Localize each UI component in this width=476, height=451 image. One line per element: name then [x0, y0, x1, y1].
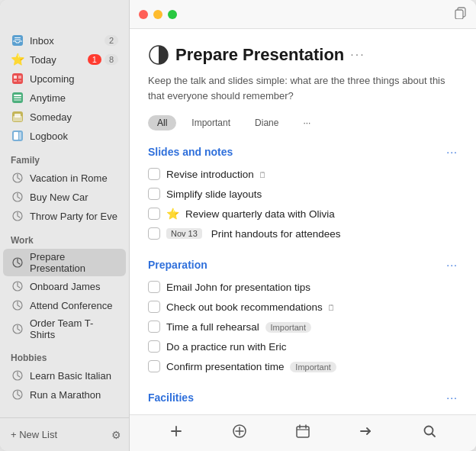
task-checkbox[interactable] [148, 188, 160, 200]
group-work: Work Prepare Presentation Onboard James … [0, 229, 129, 343]
content-area: Prepare Presentation ··· Keep the talk a… [130, 29, 476, 414]
sidebar-item-upcoming[interactable]: Upcoming [3, 69, 126, 88]
task-header-icon [148, 44, 169, 66]
sidebar-item-onboard[interactable]: Onboard James [3, 277, 126, 295]
group-hobbies: Hobbies Learn Basic Italian Run a Marath… [0, 346, 129, 404]
task-checkbox[interactable] [148, 168, 160, 180]
anytime-icon [11, 91, 24, 105]
prepare-label: Prepare Presentation [30, 251, 118, 274]
sidebar-item-anytime[interactable]: Anytime [3, 89, 126, 107]
svg-rect-16 [14, 132, 18, 140]
svg-rect-9 [14, 95, 21, 96]
task-text: Simplify slide layouts [166, 188, 458, 200]
vacation-icon [11, 171, 24, 185]
minimize-button[interactable] [153, 10, 162, 19]
upcoming-icon [11, 72, 24, 85]
section-facilities-more[interactable]: ··· [446, 391, 458, 404]
sidebar-item-attend[interactable]: Attend Conference [3, 296, 126, 314]
section-slides-more[interactable]: ··· [446, 146, 458, 158]
task-text: Review quarterly data with Olivia [185, 208, 458, 220]
task-text: Print handouts for attendees [211, 228, 458, 240]
sidebar-item-italian[interactable]: Learn Basic Italian [3, 366, 126, 385]
close-button[interactable] [139, 10, 148, 19]
upcoming-label: Upcoming [30, 73, 118, 85]
section-preparation: Preparation ··· Email John for presentat… [148, 259, 458, 376]
filter-all[interactable]: All [148, 115, 176, 130]
sidebar-item-order[interactable]: Order Team T-Shirts [3, 315, 126, 343]
add-when-button[interactable] [224, 419, 255, 447]
sidebar-item-party[interactable]: Throw Party for Eve [3, 207, 126, 225]
someday-icon [11, 110, 24, 124]
sidebar-item-today[interactable]: ⭐ Today 1 8 [3, 50, 126, 69]
star-icon: ⭐ [166, 208, 179, 220]
task-checkbox[interactable] [148, 208, 160, 220]
today-badge: 8 [105, 54, 118, 65]
sidebar-item-logbook[interactable]: Logbook [3, 127, 126, 145]
copy-icon[interactable] [455, 7, 467, 21]
group-work-header: Work [0, 229, 129, 248]
svg-rect-10 [14, 97, 21, 98]
inbox-badge: 2 [105, 35, 118, 46]
filter-diane[interactable]: Diane [246, 115, 288, 130]
svg-rect-35 [297, 427, 309, 437]
task-more-button[interactable]: ··· [350, 48, 365, 62]
car-label: Buy New Car [30, 192, 118, 203]
filter-important[interactable]: Important [182, 115, 240, 130]
new-list-label: + New List [11, 429, 57, 440]
party-label: Throw Party for Eve [30, 211, 118, 222]
task-checkbox[interactable] [148, 360, 160, 372]
section-slides-header: Slides and notes ··· [148, 146, 458, 158]
task-checkbox[interactable] [148, 321, 160, 333]
party-icon [11, 209, 24, 223]
sidebar-item-marathon[interactable]: Run a Marathon [3, 385, 126, 404]
svg-rect-2 [14, 40, 21, 40]
filter-row: All Important Diane ··· [148, 115, 458, 130]
group-family-header: Family [0, 149, 129, 168]
svg-rect-6 [14, 80, 17, 82]
sidebar-item-car[interactable]: Buy New Car [3, 188, 126, 206]
svg-rect-5 [18, 76, 21, 79]
section-preparation-more[interactable]: ··· [446, 259, 458, 271]
sidebar-item-prepare[interactable]: Prepare Presentation [3, 249, 126, 276]
maximize-button[interactable] [168, 10, 177, 19]
sidebar-item-vacation[interactable]: Vacation in Rome [3, 169, 126, 187]
filter-icon[interactable]: ⚙ [111, 429, 121, 441]
task-date: Nov 13 [166, 228, 202, 239]
filter-more[interactable]: ··· [294, 115, 320, 130]
task-checkbox[interactable] [148, 340, 160, 353]
sidebar-footer: + New List ⚙ [0, 417, 129, 451]
important-badge: Important [290, 362, 336, 372]
svg-rect-28 [455, 10, 463, 19]
section-facilities-header: Facilities ··· [148, 391, 458, 404]
new-list-button[interactable]: + New List [8, 426, 60, 443]
section-facilities: Facilities ··· [148, 391, 458, 404]
someday-label: Someday [30, 111, 118, 123]
note-icon: 🗒 [327, 303, 336, 312]
task-checkbox[interactable] [148, 227, 160, 240]
svg-rect-1 [14, 37, 21, 38]
svg-rect-17 [19, 132, 21, 140]
sidebar-item-someday[interactable]: Someday [3, 108, 126, 126]
search-button[interactable] [414, 419, 445, 447]
task-item: Do a practice run with Eric [148, 337, 458, 356]
add-task-button[interactable] [161, 419, 191, 447]
today-badge-red: 1 [88, 54, 101, 65]
section-slides-title: Slides and notes [148, 146, 233, 158]
task-text: Confirm presentation time Important [166, 361, 458, 372]
forward-button[interactable] [351, 419, 381, 447]
task-checkbox[interactable] [148, 281, 160, 293]
svg-point-40 [424, 427, 433, 435]
task-header: Prepare Presentation ··· [148, 44, 458, 66]
task-checkbox[interactable] [148, 301, 160, 313]
titlebar [130, 0, 476, 29]
svg-rect-0 [12, 35, 23, 46]
onboard-label: Onboard James [30, 281, 118, 292]
anytime-label: Anytime [30, 92, 118, 104]
task-item: Simplify slide layouts [148, 184, 458, 204]
logbook-icon [11, 129, 24, 143]
calendar-button[interactable] [288, 419, 318, 447]
sidebar-item-inbox[interactable]: Inbox 2 [3, 31, 126, 50]
task-item: Check out book recommendations 🗒 [148, 297, 458, 317]
attend-icon [11, 298, 24, 312]
italian-icon [11, 369, 24, 382]
